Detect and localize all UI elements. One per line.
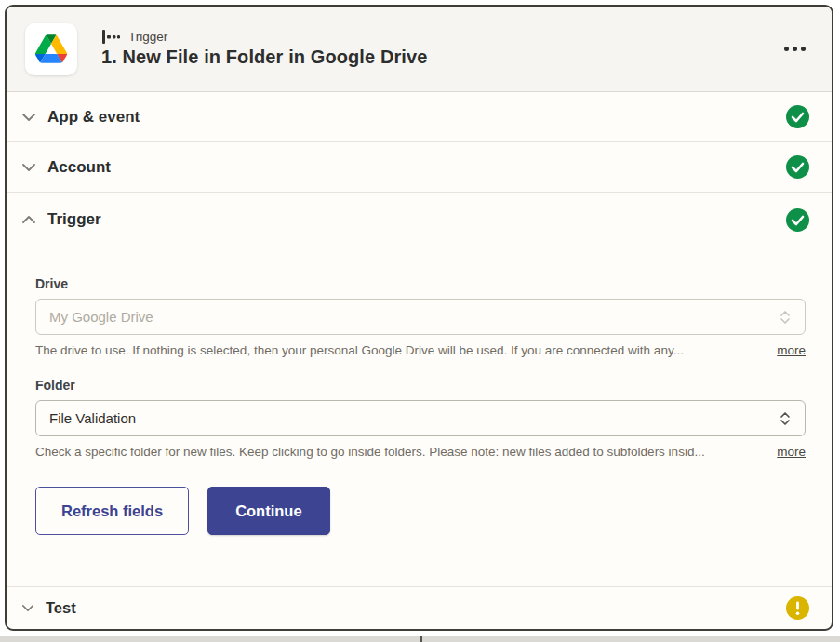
more-options-icon[interactable] [782, 39, 807, 59]
chevron-up-icon [21, 215, 36, 224]
step-type-label: Trigger [128, 30, 167, 44]
google-drive-app-icon [25, 23, 77, 75]
zap-editor-step-panel: Trigger 1. New File in Folder in Google … [0, 0, 840, 642]
form-actions: Refresh fields Continue [35, 487, 806, 535]
success-check-icon [786, 105, 809, 128]
drive-help-more-link[interactable]: more [777, 343, 806, 357]
drive-help-row: The drive to use. If nothing is selected… [35, 343, 806, 357]
editor-canvas-strip [0, 636, 840, 642]
folder-help-row: Check a specific folder for new files. K… [35, 445, 806, 459]
trigger-step-icon [101, 30, 120, 44]
step-connector-line [420, 636, 422, 642]
section-account-label: Account [47, 158, 111, 177]
folder-field-label: Folder [35, 378, 806, 393]
google-drive-logo-icon [35, 34, 67, 63]
drive-select-value: My Google Drive [49, 309, 779, 325]
refresh-fields-button[interactable]: Refresh fields [35, 487, 189, 535]
section-app-event-status [786, 105, 809, 128]
continue-button[interactable]: Continue [207, 487, 330, 535]
section-test-label: Test [46, 599, 76, 617]
section-account-status [786, 155, 809, 179]
warning-exclamation-icon [786, 596, 809, 620]
folder-select-value: File Validation [49, 410, 779, 426]
trigger-step-card: Trigger 1. New File in Folder in Google … [5, 5, 833, 631]
drive-select[interactable]: My Google Drive [35, 299, 806, 335]
drive-help-text: The drive to use. If nothing is selected… [35, 343, 760, 357]
folder-select[interactable]: File Validation [35, 400, 806, 436]
step-title: 1. New File in Folder in Google Drive [101, 47, 427, 68]
success-check-icon [786, 155, 809, 179]
section-test-status [786, 596, 809, 620]
success-check-icon [786, 208, 809, 232]
drive-field-label: Drive [35, 276, 806, 291]
step-header: Trigger 1. New File in Folder in Google … [7, 7, 832, 92]
section-trigger-status [786, 208, 809, 232]
trigger-form: Drive My Google Drive The drive to use. … [7, 247, 832, 567]
step-header-titles: Trigger 1. New File in Folder in Google … [101, 30, 427, 68]
chevron-down-icon [21, 604, 34, 612]
chevron-down-icon [21, 163, 36, 172]
section-account[interactable]: Account [7, 142, 832, 193]
chevron-down-icon [21, 113, 36, 122]
unfold-arrows-icon [779, 309, 792, 326]
section-test[interactable]: Test [7, 586, 832, 629]
section-app-event[interactable]: App & event [7, 92, 832, 142]
section-app-event-label: App & event [47, 108, 140, 127]
section-trigger-label: Trigger [47, 210, 101, 229]
unfold-arrows-icon [779, 410, 792, 427]
folder-help-more-link[interactable]: more [777, 445, 806, 459]
section-trigger[interactable]: Trigger [7, 193, 832, 247]
folder-help-text: Check a specific folder for new files. K… [35, 445, 760, 459]
